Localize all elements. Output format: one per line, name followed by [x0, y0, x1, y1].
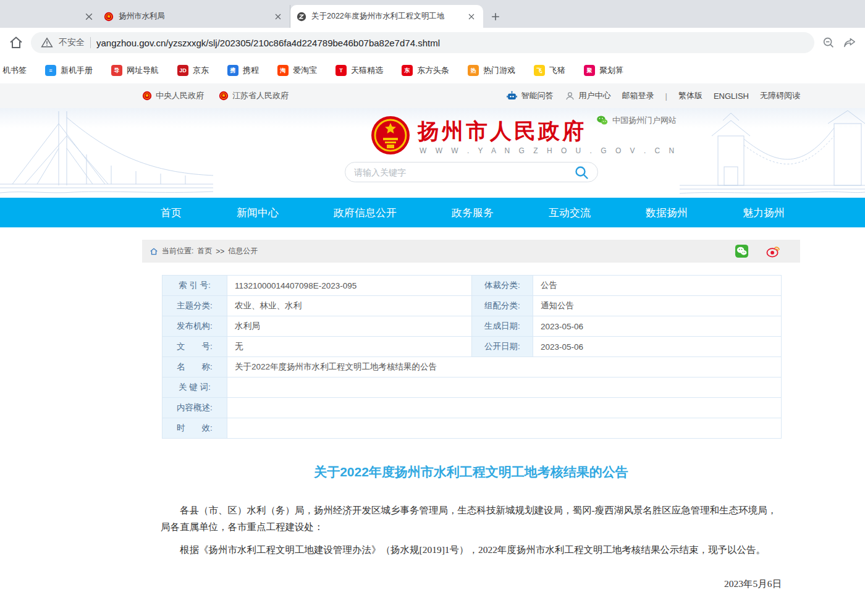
nav-home[interactable]: 首页 [161, 206, 182, 220]
bookmark-label: 聚划算 [599, 65, 623, 76]
search-input[interactable] [354, 167, 574, 177]
link-label: 中央人民政府 [156, 90, 204, 101]
site-search [345, 162, 598, 182]
link-accessibility[interactable]: 无障碍阅读 [760, 90, 800, 101]
close-icon[interactable] [272, 11, 284, 22]
bookmark-item[interactable]: T 天猫精选 [335, 65, 383, 76]
meta-label: 生成日期: [472, 316, 533, 337]
article-title: 关于2022年度扬州市水利工程文明工地考核结果的公告 [142, 463, 800, 481]
nav-charm-yangzhou[interactable]: 魅力扬州 [743, 206, 785, 220]
bookmark-label: 携程 [243, 65, 259, 76]
nav-gov-info-disclosure[interactable]: 政府信息公开 [334, 206, 397, 220]
bookmark-favicon-icon: 飞 [534, 65, 545, 76]
tab-water-bureau[interactable]: 扬州市水利局 [98, 5, 290, 28]
bookmark-label: 机书签 [2, 65, 27, 76]
home-icon [150, 247, 158, 256]
banner-art-right [680, 108, 865, 198]
meta-value [227, 378, 782, 398]
meta-value: 公告 [533, 276, 782, 296]
banner-art-left [0, 111, 213, 198]
link-label: 智能问答 [521, 90, 554, 101]
bookmark-item[interactable]: 热 热门游戏 [468, 65, 515, 76]
close-icon[interactable] [80, 6, 98, 28]
link-label: 繁体版 [678, 90, 703, 101]
link-label: 江苏省人民政府 [232, 90, 289, 101]
divider [90, 37, 91, 48]
bookmark-item[interactable]: 飞 飞猪 [534, 65, 565, 76]
home-icon[interactable] [9, 35, 23, 50]
bookmark-item[interactable]: 淘 爱淘宝 [277, 65, 317, 76]
bookmark-favicon-icon: ≡ [45, 65, 56, 76]
link-jiangsu-gov[interactable]: 江苏省人民政府 [219, 90, 289, 101]
meta-value: 农业、林业、水利 [227, 296, 472, 316]
bookmark-favicon-icon: 导 [111, 65, 122, 76]
table-row: 内容概述: [162, 398, 782, 418]
table-row: 索 引 号: 11321000014407098E-2023-095 体裁分类:… [162, 276, 782, 296]
nav-data-yangzhou[interactable]: 数据扬州 [646, 206, 688, 220]
weibo-share-icon[interactable] [766, 244, 780, 258]
new-tab-button[interactable] [487, 8, 504, 25]
link-central-gov[interactable]: 中央人民政府 [142, 90, 204, 101]
table-row: 主题分类: 农业、林业、水利 组配分类: 通知公告 [162, 296, 782, 316]
site-favicon-icon [297, 12, 306, 22]
site-title: 扬州市人民政府 [418, 117, 586, 146]
site-header-banner: 扬州市人民政府 W W W . Y A N G Z H O U . G O V … [0, 108, 865, 198]
share-icon[interactable] [843, 36, 856, 49]
link-english[interactable]: ENGLISH [714, 91, 749, 101]
bookmark-item[interactable]: JD 京东 [177, 65, 209, 76]
bookmark-favicon-icon: JD [177, 65, 188, 76]
bookmark-favicon-icon: 热 [468, 65, 479, 76]
bookmark-item[interactable]: 东 东方头条 [402, 65, 449, 76]
meta-value: 2023-05-06 [533, 316, 782, 337]
security-label: 不安全 [59, 37, 85, 48]
link-user-center[interactable]: 用户中心 [565, 90, 611, 101]
meta-value: 无 [227, 337, 472, 357]
link-traditional[interactable]: 繁体版 [678, 90, 703, 101]
meta-value: 2023-05-06 [533, 337, 782, 357]
link-smart-qa[interactable]: 智能问答 [506, 90, 554, 102]
breadcrumb-current[interactable]: 信息公开 [228, 246, 258, 256]
bookmark-item[interactable]: 机书签 [2, 65, 27, 76]
breadcrumb-separator: >> [216, 247, 224, 256]
meta-label: 组配分类: [472, 296, 533, 316]
article-paragraph: 各县（市、区）水利（务）局，扬州经济开发区城乡事务管理局，生态科技新城规划建设局… [161, 502, 782, 535]
meta-label: 文 号: [162, 337, 227, 357]
bookmark-item[interactable]: 导 网址导航 [111, 65, 159, 76]
bookmark-item[interactable]: 聚 聚划算 [584, 65, 623, 76]
table-row: 名 称: 关于2022年度扬州市水利工程文明工地考核结果的公告 [162, 357, 782, 378]
meta-value: 水利局 [227, 316, 472, 337]
address-bar[interactable]: 不安全 yangzhou.gov.cn/yzszxxgk/slj/202305/… [31, 32, 814, 53]
tab-title: 关于2022年度扬州市水利工程文明工地 [311, 11, 461, 22]
tab-announcement[interactable]: 关于2022年度扬州市水利工程文明工地 [290, 5, 483, 28]
bookmark-label: 京东 [193, 65, 209, 76]
meta-label: 关 键 词: [162, 378, 227, 398]
portal-link[interactable]: 中国扬州门户网站 [596, 114, 677, 126]
bookmark-favicon-icon: 东 [402, 65, 413, 76]
robot-icon [506, 90, 518, 102]
meta-label: 发布机构: [162, 316, 227, 337]
breadcrumb-bar: 当前位置: 首页 >> 信息公开 [142, 240, 800, 263]
search-icon[interactable] [574, 165, 589, 180]
breadcrumb-home[interactable]: 首页 [197, 246, 212, 256]
emblem-favicon-icon [104, 12, 114, 22]
close-icon [85, 13, 93, 20]
zoom-out-icon[interactable] [822, 36, 835, 49]
meta-label: 名 称: [162, 357, 227, 378]
close-icon[interactable] [466, 11, 477, 22]
meta-label: 索 引 号: [162, 276, 227, 296]
breadcrumb-prefix: 当前位置: [162, 246, 193, 256]
site-domain: W W W . Y A N G Z H O U . G O V . C N [420, 146, 678, 155]
nav-gov-services[interactable]: 政务服务 [452, 206, 494, 220]
tab-bar: 扬州市水利局 关于2022年度扬州市水利工程文明工地 [0, 0, 865, 28]
gov-top-bar: 中央人民政府 江苏省人民政府 智能问答 [0, 83, 865, 108]
address-bar-row: 不安全 yangzhou.gov.cn/yzszxxgk/slj/202305/… [0, 28, 865, 57]
link-mail-login[interactable]: 邮箱登录 [622, 90, 654, 101]
table-row: 关 键 词: [162, 378, 782, 398]
meta-label: 内容概述: [162, 398, 227, 418]
wechat-share-icon[interactable] [735, 244, 749, 258]
bookmark-item[interactable]: ≡ 新机手册 [45, 65, 93, 76]
bookmark-item[interactable]: 携 携程 [227, 65, 259, 76]
nav-news-center[interactable]: 新闻中心 [237, 206, 279, 220]
nav-interaction[interactable]: 互动交流 [549, 206, 591, 220]
bookmark-label: 新机手册 [61, 65, 93, 76]
